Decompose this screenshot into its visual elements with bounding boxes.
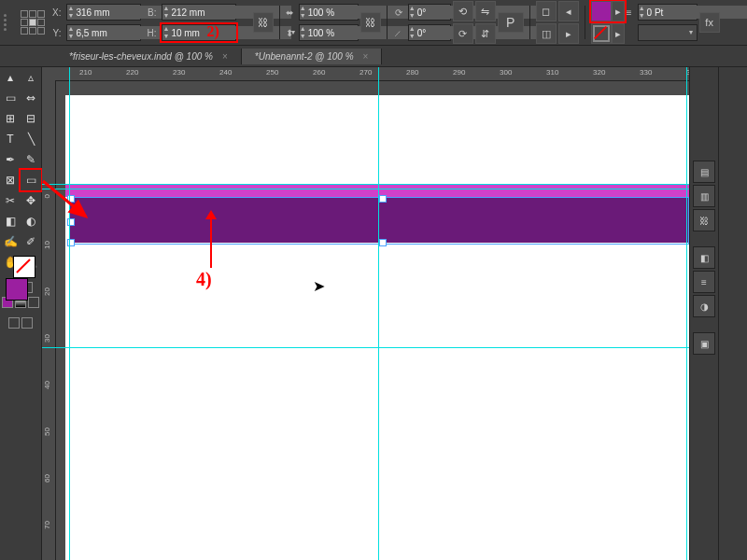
content-collector-tool[interactable]: ⊞ (0, 108, 21, 129)
main: ▴ ▵ ▭ ⇔ ⊞ ⊟ T ╲ ✒ ✎ ⊠ ▭ ✂ ✥ ◧ ◐ ✍ ✐ ✋ 🔍 … (0, 67, 747, 560)
effects-icon[interactable]: fx (699, 12, 720, 33)
flip-indicator-icon[interactable]: P (498, 12, 524, 33)
note-tool[interactable]: ✍ (0, 231, 21, 252)
cursor-icon: ➤ (313, 277, 325, 295)
apply-none-icon[interactable] (28, 297, 39, 308)
close-icon[interactable]: × (222, 51, 228, 62)
selection-tool[interactable]: ▴ (0, 67, 21, 88)
x-label: X: (52, 7, 61, 18)
select-content-icon[interactable]: ◫ (536, 23, 557, 44)
reference-point[interactable] (21, 10, 45, 35)
constrain-wh-icon[interactable]: ⛓ (253, 12, 274, 33)
selection-handle[interactable] (379, 239, 387, 246)
flip-v-icon[interactable]: ⇵ (475, 23, 496, 44)
panel-links-icon[interactable]: ⛓ (693, 209, 715, 231)
ruler-horizontal[interactable]: 210 220 230 240 250 260 270 280 290 300 … (55, 67, 689, 81)
view-mode-normal[interactable] (8, 317, 20, 329)
shear-field[interactable]: ▲▼▾ (408, 24, 451, 41)
tab-doc-2[interactable]: *Unbenannt-2 @ 100 %× (242, 49, 383, 64)
free-transform-tool[interactable]: ✥ (21, 190, 41, 211)
annotation-arrow-4 (210, 212, 212, 268)
y-label: Y: (52, 28, 61, 38)
fill-menu-icon[interactable]: ▸ (612, 1, 625, 21)
canvas[interactable]: 210 220 230 240 250 260 270 280 290 300 … (42, 67, 689, 560)
scissors-tool[interactable]: ✂ (0, 190, 21, 211)
guide-horizontal[interactable] (42, 189, 689, 189)
pencil-tool[interactable]: ✎ (21, 149, 41, 170)
stroke-swatch[interactable] (591, 23, 612, 44)
scale-x-icon: ⬌ (286, 7, 293, 18)
content-placer-tool[interactable]: ⊟ (21, 108, 41, 129)
type-tool[interactable]: T (0, 129, 21, 149)
guide-vertical[interactable] (69, 67, 70, 560)
stroke-icon: ≡ (627, 7, 632, 18)
w-field[interactable]: ▲▼ (162, 4, 236, 21)
panel-swatches-icon[interactable]: ◧ (693, 246, 715, 269)
fill-color[interactable] (6, 278, 28, 301)
h-label: H: (147, 28, 156, 38)
rectangle-tool[interactable]: ▭ (21, 170, 41, 190)
scale-y-icon: ⬍ (286, 28, 293, 38)
grip-icon (4, 14, 19, 31)
page[interactable] (65, 95, 689, 560)
panel-pages-icon[interactable]: ▤ (693, 161, 715, 183)
page-tool[interactable]: ▭ (0, 88, 21, 108)
rotate-icon: ⟳ (393, 7, 402, 18)
document-tabs: *friseur-les-cheveux.indd @ 100 %× *Unbe… (0, 46, 747, 67)
stroke-weight: ≡ ▲▼▾ ▾ (627, 4, 698, 41)
panel-dock (718, 67, 747, 560)
toolbox: ▴ ▵ ▭ ⇔ ⊞ ⊟ T ╲ ✒ ✎ ⊠ ▭ ✂ ✥ ◧ ◐ ✍ ✐ ✋ 🔍 … (0, 67, 42, 560)
stroke-style-field[interactable]: ▾ (638, 24, 698, 41)
panel-color-icon[interactable]: ◑ (693, 295, 715, 317)
stroke-weight-field[interactable]: ▲▼▾ (638, 4, 698, 21)
gradient-swatch-tool[interactable]: ◧ (0, 211, 21, 231)
fill-swatch[interactable] (591, 1, 612, 21)
select-container-icon[interactable]: ◻ (536, 1, 557, 21)
panel-object-styles-icon[interactable]: ▣ (693, 332, 715, 355)
annotation-2: 2) (206, 23, 218, 40)
page-object-bar-light[interactable] (65, 184, 689, 197)
rotate-field[interactable]: ▲▼▾ (408, 4, 451, 21)
ruler-vertical[interactable]: 0 10 20 30 40 50 60 70 (42, 80, 56, 560)
select-prev-icon[interactable]: ◂ (558, 1, 579, 21)
constrain-scale-icon[interactable]: ⛓ (360, 12, 381, 33)
select-next-icon[interactable]: ▸ (558, 23, 579, 44)
control-bar: X: ▲▼ B: ▲▼ Y: ▲▼ H: ▲▼▾ 2) ⛓ ⬌ ▲▼▾ ⬍ ▲▼… (0, 0, 747, 46)
scale-y-field[interactable]: ▲▼▾ (299, 24, 359, 41)
close-icon[interactable]: × (363, 51, 369, 62)
panel-stroke-icon[interactable]: ≡ (693, 271, 715, 293)
guide-horizontal[interactable] (42, 184, 689, 185)
x-field[interactable]: ▲▼ (66, 4, 141, 21)
panel-layers-icon[interactable]: ▥ (693, 185, 715, 207)
rotate-shear: ⟳ ▲▼▾ ⟋ ▲▼▾ (393, 4, 451, 41)
down-icon: ▼ (67, 12, 74, 20)
stroke-menu-icon[interactable]: ▸ (612, 23, 625, 44)
guide-vertical[interactable] (686, 67, 687, 560)
direct-selection-tool[interactable]: ▵ (21, 67, 41, 88)
gap-tool[interactable]: ⇔ (21, 88, 41, 108)
gradient-feather-tool[interactable]: ◐ (21, 211, 41, 231)
rotate-cw-icon[interactable]: ⟳ (453, 23, 473, 44)
y-field[interactable]: ▲▼ (66, 24, 141, 41)
w-label: B: (147, 7, 156, 18)
guide-horizontal[interactable] (42, 347, 689, 348)
stroke-color[interactable] (13, 256, 35, 278)
rectangle-frame-tool[interactable]: ⊠ (0, 170, 21, 190)
selection-handle[interactable] (379, 195, 387, 203)
up-icon: ▲ (67, 5, 74, 12)
h-field[interactable]: ▲▼▾ (162, 24, 236, 41)
line-tool[interactable]: ╲ (21, 129, 41, 149)
shear-icon: ⟋ (393, 28, 402, 38)
flip-h-icon[interactable]: ⇋ (475, 1, 496, 21)
scale-x-field[interactable]: ▲▼▾ (299, 4, 359, 21)
pen-tool[interactable]: ✒ (0, 149, 21, 170)
rotate-ccw-icon[interactable]: ⟲ (453, 1, 473, 21)
annotation-4: 4) (196, 269, 212, 290)
scale-fields: ⬌ ▲▼▾ ⬍ ▲▼▾ (286, 4, 359, 41)
eyedropper-tool[interactable]: ✐ (21, 231, 41, 252)
panel-dock-right: ▤ ▥ ⛓ ◧ ≡ ◑ ▣ (689, 67, 718, 560)
guide-vertical[interactable] (378, 67, 379, 560)
view-mode-preview[interactable] (21, 317, 33, 329)
tab-doc-1[interactable]: *friseur-les-cheveux.indd @ 100 %× (56, 49, 242, 64)
selection-bounds (69, 197, 689, 245)
